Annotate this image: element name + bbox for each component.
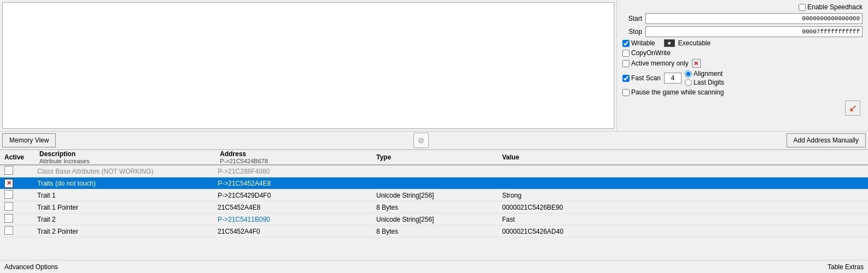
row4-desc: Trait 1 Pointer (35, 204, 215, 211)
last-digits-label: Last Digits (694, 79, 724, 86)
row6-value: 0000021C5426AD40 (500, 228, 866, 235)
toolbar-row: Memory View ⊘ Add Address Manually (0, 131, 868, 150)
row1-desc: Class Base Attributes (NOT WORKING) (35, 168, 215, 175)
no-icon-button[interactable]: ⊘ (413, 133, 429, 148)
table-row[interactable]: Trait 2 P->21C5411B090 Unicode String[25… (0, 213, 868, 225)
row6-type-text: 8 Bytes (376, 228, 398, 235)
last-digits-item: Last Digits (685, 79, 724, 86)
col-header-desc-line1: Description (37, 150, 215, 158)
row3-active (2, 190, 35, 200)
row5-addr: P->21C5411B090 (215, 216, 374, 223)
table-row[interactable]: Trait 2 Pointer 21C5452A4F0 8 Bytes 0000… (0, 225, 868, 238)
col-header-desc-line2: Attribute Increases (37, 158, 215, 164)
row5-desc-text: Trait 2 (37, 216, 56, 223)
row6-addr: 21C5452A4F0 (215, 228, 374, 235)
row3-addr: P->21C5429D4F0 (215, 192, 374, 199)
row5-addr-text: P->21C5411B090 (218, 216, 270, 223)
row4-active (2, 202, 35, 212)
last-digits-radio[interactable] (685, 79, 692, 86)
writable-executable-row: Writable ■ Executable (622, 39, 863, 47)
row2-active (2, 179, 35, 188)
top-left-area (2, 2, 614, 129)
status-left: Advanced Options (4, 263, 58, 271)
row6-active (2, 226, 35, 236)
row3-desc-text: Trait 1 (37, 192, 56, 199)
enable-speedhack-label: Enable Speedhack (807, 3, 863, 11)
stop-row: Stop (622, 26, 863, 37)
row5-desc: Trait 2 (35, 216, 215, 223)
row5-type-text: Unicode String[256] (376, 216, 434, 223)
table-body: Class Base Attributes (NOT WORKING) P->2… (0, 165, 868, 260)
active-memory-checkbox[interactable] (622, 60, 630, 67)
row3-desc: Trait 1 (35, 192, 215, 199)
fast-scan-row: Fast Scan Alignment Last Digits (622, 70, 863, 86)
alignment-radio[interactable] (685, 70, 692, 78)
table-header: Active Description Attribute Increases A… (0, 150, 868, 165)
table-container: Active Description Attribute Increases A… (0, 150, 868, 260)
row6-desc: Trait 2 Pointer (35, 228, 215, 235)
active-memory-row: Active memory only ✕ (622, 59, 863, 68)
row6-checkbox[interactable] (4, 226, 13, 235)
pause-item: Pause the game while scanning (622, 88, 724, 96)
row4-checkbox[interactable] (4, 202, 13, 211)
active-memory-x-button[interactable]: ✕ (692, 59, 701, 68)
active-memory-item: Active memory only (622, 60, 689, 67)
executable-label: Executable (678, 39, 710, 47)
copyonwrite-checkbox[interactable] (622, 50, 630, 57)
status-bar: Advanced Options Table Extras (0, 260, 868, 273)
col-header-active: Active (2, 153, 35, 161)
status-right: Table Extras (828, 263, 864, 271)
col-header-desc: Description Attribute Increases (35, 150, 215, 164)
stop-input[interactable] (645, 26, 863, 37)
col-header-addr: Address P->21C5424B678 (215, 150, 374, 164)
fast-scan-input[interactable] (664, 73, 681, 84)
row3-type-text: Unicode String[256] (376, 192, 434, 199)
row1-checkbox[interactable] (4, 166, 13, 175)
scan-arrow-button[interactable]: ↙ (845, 100, 860, 116)
row1-addr: P->21C288F4080 (215, 168, 374, 175)
memory-view-button[interactable]: Memory View (2, 133, 56, 147)
alignment-group: Alignment Last Digits (685, 70, 724, 86)
start-input[interactable] (645, 13, 863, 24)
executable-icon: ■ (664, 39, 675, 47)
writable-checkbox[interactable] (622, 40, 630, 47)
main-container: Enable Speedhack Start Stop Writable (0, 0, 868, 273)
alignment-label: Alignment (694, 70, 723, 78)
fast-scan-checkbox[interactable] (622, 75, 630, 82)
row2-checkbox[interactable] (4, 179, 13, 188)
pause-checkbox[interactable] (622, 89, 630, 96)
arrow-area: ↙ (622, 98, 863, 118)
row5-type: Unicode String[256] (374, 216, 500, 223)
row5-value: Fast (500, 216, 866, 223)
row4-value-text: 0000021C5426BE90 (502, 204, 563, 211)
enable-speedhack-row: Enable Speedhack (622, 3, 863, 11)
table-row[interactable]: Class Base Attributes (NOT WORKING) P->2… (0, 165, 868, 177)
table-row[interactable]: Trait 1 P->21C5429D4F0 Unicode String[25… (0, 189, 868, 201)
start-label: Start (622, 15, 642, 22)
fast-scan-label: Fast Scan (631, 74, 661, 82)
col-header-addr-line2: P->21C5424B678 (218, 158, 374, 164)
row2-addr: P->21C5452A4E8 (215, 180, 374, 187)
top-panel: Enable Speedhack Start Stop Writable (0, 0, 868, 131)
fast-scan-item: Fast Scan (622, 74, 661, 82)
table-row[interactable]: Trait 1 Pointer 21C5452A4E8 8 Bytes 0000… (0, 201, 868, 213)
table-row[interactable]: Traits (do not touch) P->21C5452A4E8 (0, 177, 868, 189)
enable-speedhack-checkbox[interactable] (799, 4, 806, 11)
row6-value-text: 0000021C5426AD40 (502, 228, 563, 235)
writable-label: Writable (631, 39, 655, 47)
row5-checkbox[interactable] (4, 214, 13, 223)
pause-row: Pause the game while scanning (622, 88, 863, 96)
row6-desc-text: Trait 2 Pointer (37, 228, 78, 235)
row3-value-text: Strong (502, 192, 521, 199)
no-icon: ⊘ (418, 136, 424, 145)
row3-type: Unicode String[256] (374, 192, 500, 199)
row2-desc: Traits (do not touch) (35, 180, 215, 187)
col-header-value: Value (500, 153, 866, 161)
row1-active (2, 166, 35, 176)
row3-checkbox[interactable] (4, 190, 13, 199)
row1-desc-text: Class Base Attributes (NOT WORKING) (37, 168, 154, 175)
settings-panel: Enable Speedhack Start Stop Writable (616, 0, 868, 131)
stop-label: Stop (622, 28, 642, 35)
col-header-type: Type (374, 153, 500, 161)
add-address-button[interactable]: Add Address Manually (787, 133, 866, 147)
